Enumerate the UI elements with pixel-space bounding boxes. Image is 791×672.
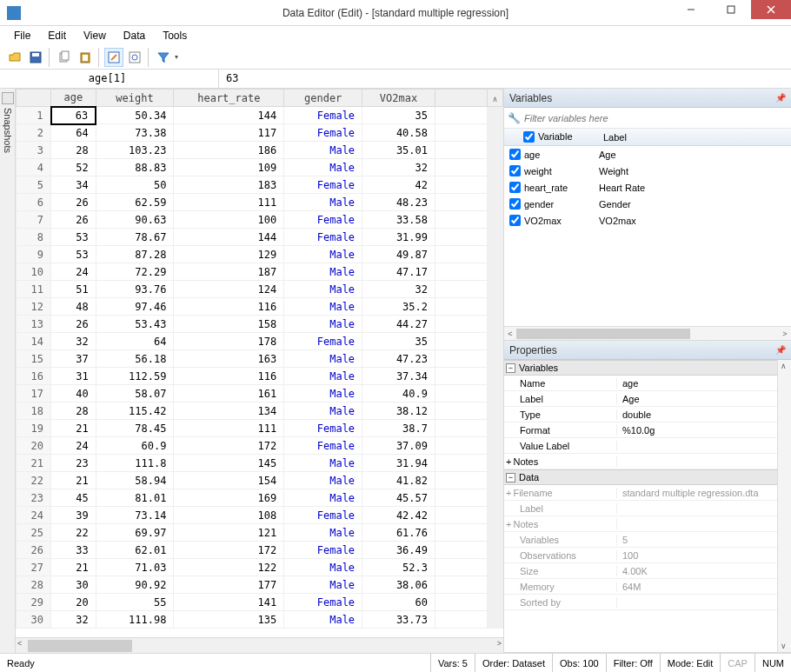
variable-checkbox[interactable] [509, 198, 521, 210]
cell-vo2max[interactable]: 37.09 [362, 437, 435, 455]
cell-weight[interactable]: 64 [96, 333, 174, 350]
row-number[interactable]: 14 [17, 333, 51, 350]
cell-weight[interactable]: 90.63 [96, 211, 174, 229]
cell-weight[interactable]: 87.28 [96, 246, 174, 263]
vscroll-track[interactable] [488, 316, 503, 333]
row-number[interactable]: 28 [17, 576, 51, 594]
cell-age[interactable]: 37 [51, 350, 96, 368]
cell-gender[interactable]: Male [284, 281, 362, 298]
save-icon[interactable] [26, 48, 45, 67]
cell-gender[interactable]: Male [284, 159, 362, 176]
cell-vo2max[interactable]: 48.23 [362, 194, 435, 211]
cell-heart-rate[interactable]: 108 [174, 507, 284, 524]
select-all-checkbox[interactable] [523, 131, 535, 143]
row-number[interactable]: 6 [17, 194, 51, 211]
row-number[interactable]: 1 [17, 107, 51, 124]
prop-section-data[interactable]: −Data [504, 469, 777, 485]
cell-heart-rate[interactable]: 169 [174, 489, 284, 507]
row-number[interactable]: 9 [17, 246, 51, 263]
cell-age[interactable]: 22 [51, 524, 96, 542]
pin-icon[interactable]: 📌 [775, 93, 786, 103]
cell-weight[interactable]: 69.97 [96, 524, 174, 542]
row-number[interactable]: 24 [17, 507, 51, 524]
cell-weight[interactable]: 112.59 [96, 368, 174, 385]
cell-weight[interactable]: 115.42 [96, 403, 174, 420]
row-number[interactable]: 22 [17, 472, 51, 489]
cell-vo2max[interactable]: 35 [362, 107, 435, 124]
cell-vo2max[interactable]: 38.7 [362, 420, 435, 437]
cell-heart-rate[interactable]: 117 [174, 124, 284, 142]
cell-heart-rate[interactable]: 144 [174, 229, 284, 246]
horizontal-scrollbar[interactable]: <> [504, 326, 791, 340]
cell-gender[interactable]: Male [284, 559, 362, 576]
column-header[interactable]: age [51, 90, 96, 107]
cell-weight[interactable]: 73.14 [96, 507, 174, 524]
row-number[interactable]: 18 [17, 403, 51, 420]
cell-weight[interactable]: 56.18 [96, 350, 174, 368]
cell-heart-rate[interactable]: 134 [174, 403, 284, 420]
variable-row[interactable]: heart_rateHeart Rate [504, 179, 791, 196]
cell-gender[interactable]: Male [284, 385, 362, 403]
cell-gender[interactable]: Female [284, 507, 362, 524]
maximize-button[interactable] [711, 0, 751, 19]
cell-age[interactable]: 24 [51, 263, 96, 281]
vscroll-track[interactable] [488, 107, 503, 124]
prop-row[interactable]: Memory64M [504, 579, 777, 595]
row-number[interactable]: 12 [17, 298, 51, 316]
vscroll-track[interactable] [488, 211, 503, 229]
cell-heart-rate[interactable]: 154 [174, 472, 284, 489]
cell-vo2max[interactable]: 35 [362, 333, 435, 350]
cell-gender[interactable]: Female [284, 437, 362, 455]
vscroll-track[interactable] [488, 350, 503, 368]
cell-vo2max[interactable]: 32 [362, 281, 435, 298]
cell-heart-rate[interactable]: 144 [174, 107, 284, 124]
cell-gender[interactable]: Male [284, 263, 362, 281]
row-number[interactable]: 11 [17, 281, 51, 298]
row-number[interactable]: 30 [17, 611, 51, 629]
variable-checkbox[interactable] [509, 149, 521, 160]
cell-age[interactable]: 48 [51, 298, 96, 316]
cell-age[interactable]: 32 [51, 333, 96, 350]
vscroll-track[interactable] [488, 194, 503, 211]
prop-row[interactable]: +Notes [504, 516, 777, 532]
cell-weight[interactable]: 53.43 [96, 316, 174, 333]
prop-row[interactable]: +Filenamestandard multiple regression.dt… [504, 485, 777, 501]
cell-heart-rate[interactable]: 122 [174, 559, 284, 576]
cell-age[interactable]: 21 [51, 420, 96, 437]
cell-vo2max[interactable]: 36.49 [362, 542, 435, 559]
open-icon[interactable] [5, 48, 24, 67]
cell-gender[interactable]: Male [284, 455, 362, 472]
prop-row[interactable]: Typedouble [504, 407, 777, 422]
prop-row[interactable]: Format%10.0g [504, 422, 777, 438]
header-label[interactable]: Label [600, 132, 791, 143]
dropdown-icon[interactable]: ▾ [175, 53, 182, 61]
row-number[interactable]: 20 [17, 437, 51, 455]
cell-weight[interactable]: 78.45 [96, 420, 174, 437]
menu-view[interactable]: View [76, 28, 113, 43]
vscroll-track[interactable] [488, 507, 503, 524]
cell-age[interactable]: 53 [51, 229, 96, 246]
filter-input[interactable] [524, 113, 788, 123]
row-number[interactable]: 25 [17, 524, 51, 542]
cell-heart-rate[interactable]: 141 [174, 594, 284, 611]
cell-vo2max[interactable]: 38.12 [362, 403, 435, 420]
cell-age[interactable]: 40 [51, 385, 96, 403]
column-header[interactable]: VO2max [362, 90, 435, 107]
prop-row[interactable]: LabelAge [504, 391, 777, 407]
vscroll-track[interactable] [488, 403, 503, 420]
filter-icon[interactable] [154, 48, 173, 67]
cell-heart-rate[interactable]: 145 [174, 455, 284, 472]
vscroll-track[interactable] [488, 298, 503, 316]
variable-row[interactable]: VO2maxVO2max [504, 212, 791, 229]
cell-vo2max[interactable]: 33.58 [362, 211, 435, 229]
vscroll-track[interactable] [488, 124, 503, 142]
cell-heart-rate[interactable]: 161 [174, 385, 284, 403]
vscroll-track[interactable] [488, 594, 503, 611]
cell-age[interactable]: 21 [51, 472, 96, 489]
row-number[interactable]: 13 [17, 316, 51, 333]
cell-vo2max[interactable]: 35.01 [362, 142, 435, 159]
cell-weight[interactable]: 73.38 [96, 124, 174, 142]
prop-row[interactable]: Label [504, 501, 777, 516]
vscroll-track[interactable] [488, 524, 503, 542]
vscroll-track[interactable] [488, 437, 503, 455]
